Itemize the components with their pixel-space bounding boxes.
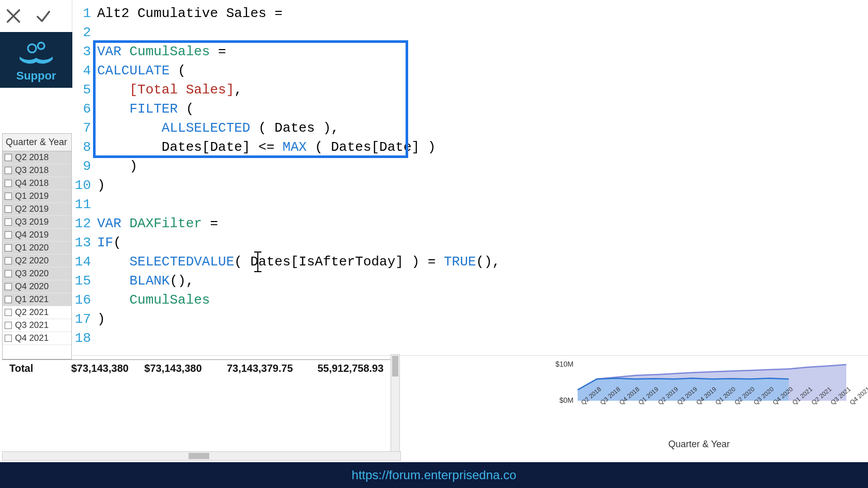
checkbox-icon xyxy=(5,167,12,174)
support-label: Suppor xyxy=(17,69,56,83)
dax-formula-editor[interactable]: 123456789101112131415161718 Alt2 Cumulat… xyxy=(72,0,868,355)
slicer-item[interactable]: Q4 2020 xyxy=(3,280,71,293)
svg-point-0 xyxy=(28,44,36,53)
slicer-item-label: Q3 2020 xyxy=(15,269,49,279)
svg-text:$0M: $0M xyxy=(560,396,574,404)
checkbox-icon xyxy=(5,193,12,200)
checkbox-icon xyxy=(5,309,12,316)
totals-label: Total xyxy=(2,363,71,374)
checkbox-icon xyxy=(5,270,12,277)
checkbox-icon xyxy=(5,180,12,187)
slicer-item-label: Q1 2019 xyxy=(15,191,49,201)
code-area[interactable]: Alt2 Cumulative Sales =VAR CumulSales =C… xyxy=(97,4,863,348)
slicer-item[interactable]: Q4 2018 xyxy=(3,177,71,190)
slicer-item-label: Q2 2020 xyxy=(15,256,49,266)
chart-x-labels: Q2 2018Q3 2018Q4 2018Q1 2019Q2 2019Q3 20… xyxy=(580,401,848,421)
slicer-item-label: Q4 2020 xyxy=(15,281,49,292)
checkbox-icon xyxy=(5,257,12,264)
checkbox-icon xyxy=(5,322,12,329)
slicer-item[interactable]: Q1 2021 xyxy=(3,293,71,306)
slicer-item[interactable]: Q2 2019 xyxy=(3,203,71,216)
svg-text:$10M: $10M xyxy=(555,360,574,368)
quarter-year-slicer[interactable]: Quarter & Year Q2 2018Q3 2018Q4 2018Q1 2… xyxy=(2,133,72,359)
totals-c1: $73,143,380 xyxy=(71,363,145,374)
slicer-item[interactable]: Q3 2020 xyxy=(3,267,71,280)
cumulative-area-chart[interactable]: $10M$0M Q2 2018Q3 2018Q4 2018Q1 2019Q2 2… xyxy=(547,354,851,442)
slicer-item-label: Q2 2019 xyxy=(15,204,49,214)
slicer-item-label: Q3 2019 xyxy=(15,217,49,227)
slicer-item-label: Q1 2021 xyxy=(15,294,49,305)
text-caret xyxy=(257,251,258,272)
table-vertical-scrollbar[interactable] xyxy=(391,354,400,452)
totals-row: Total $73,143,380 $73,143,380 73,143,379… xyxy=(2,359,400,377)
slicer-item[interactable]: Q1 2019 xyxy=(3,190,71,203)
checkbox-icon xyxy=(5,335,12,342)
checkbox-icon xyxy=(5,244,12,251)
slicer-item[interactable]: Q4 2021 xyxy=(3,332,71,345)
totals-c4: 55,912,758.93 xyxy=(317,363,400,374)
slicer-item-label: Q4 2019 xyxy=(15,230,49,240)
slicer-item[interactable]: Q3 2019 xyxy=(3,216,71,229)
slicer-item-label: Q1 2020 xyxy=(15,243,49,253)
support-logo: Suppor xyxy=(0,32,72,88)
slicer-item-label: Q4 2021 xyxy=(15,333,49,343)
slicer-item-label: Q3 2021 xyxy=(15,320,49,330)
slicer-item[interactable]: Q3 2018 xyxy=(3,164,71,177)
slicer-item[interactable]: Q2 2021 xyxy=(3,306,71,319)
checkbox-icon xyxy=(5,218,12,226)
hands-gears-icon xyxy=(16,38,57,69)
checkbox-icon xyxy=(5,231,12,239)
line-number-gutter: 123456789101112131415161718 xyxy=(72,0,94,355)
slicer-item-label: Q3 2018 xyxy=(15,165,49,176)
forum-link[interactable]: https://forum.enterprisedna.co xyxy=(352,468,517,482)
checkbox-icon xyxy=(5,296,12,303)
chart-axis-title: Quarter & Year xyxy=(547,439,851,450)
slicer-header: Quarter & Year xyxy=(3,134,71,151)
slicer-item[interactable]: Q4 2019 xyxy=(3,229,71,242)
slicer-item-label: Q4 2018 xyxy=(15,178,49,188)
slicer-item[interactable]: Q1 2020 xyxy=(3,242,71,255)
svg-point-1 xyxy=(38,42,44,49)
slicer-item[interactable]: Q2 2018 xyxy=(3,151,71,164)
slicer-item[interactable]: Q2 2020 xyxy=(3,255,71,267)
table-horizontal-scrollbar[interactable] xyxy=(2,451,401,461)
totals-c2: $73,143,380 xyxy=(144,363,227,374)
checkbox-icon xyxy=(5,283,12,290)
slicer-item[interactable]: Q3 2021 xyxy=(3,319,71,332)
footer-bar: https://forum.enterprisedna.co xyxy=(0,462,868,488)
cancel-formula-button[interactable] xyxy=(3,6,24,26)
totals-c3: 73,143,379.75 xyxy=(227,363,318,374)
commit-formula-button[interactable] xyxy=(33,6,54,26)
slicer-item-label: Q2 2018 xyxy=(15,152,49,163)
checkbox-icon xyxy=(5,154,12,161)
checkbox-icon xyxy=(5,206,12,213)
slicer-item-label: Q2 2021 xyxy=(15,307,49,318)
